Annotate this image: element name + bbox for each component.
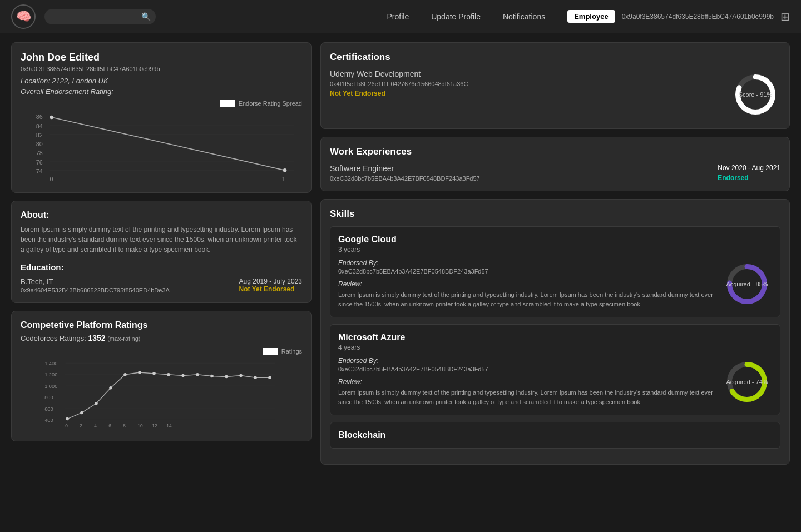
svg-text:0: 0 [50,176,53,182]
comp-subtitle: Codeforces Ratings: 1352 (max-rating) [21,334,302,342]
skill-inner-1: Endorsed By: 0xeC32d8bc7b5EBA4b3A42E7BF0… [338,357,772,407]
endorsed-by-label-1: Endorsed By: [338,357,714,365]
edu-dates: Aug 2019 - July 2023 [239,277,302,285]
endorsed-by-hash-1: 0xeC32d8bc7b5EBA4b3A42E7BF0548BDF243a3Fd… [338,366,714,372]
svg-text:84: 84 [36,123,43,130]
comp-subtitle-label: Codeforces Ratings: [21,334,86,342]
svg-text:82: 82 [36,132,43,138]
svg-text:2: 2 [80,423,82,429]
svg-point-43 [138,371,141,374]
skill-donut-0: Acquired - 85% [722,259,772,309]
blockchain-title: Blockchain [338,430,772,440]
svg-text:0: 0 [65,423,68,429]
wallet-address: 0x9a0f3E386574df635E28bff5EbC47A601b0e99… [622,13,774,21]
work-row: Software Engineer 0xeC32d8bc7b5EBA4b3A42… [330,164,780,182]
work-right: Nov 2020 - Aug 2021 Endorsed [718,164,780,182]
svg-text:6: 6 [108,423,111,429]
review-text-0: Lorem Ipsum is simply dummy text of the … [338,290,714,309]
svg-point-41 [109,386,112,390]
search-icon: 🔍 [141,12,151,21]
search-bar[interactable]: 🔍 [44,9,156,24]
grid-icon[interactable]: ⊞ [780,10,790,23]
endorsement-label: Overall Endorsement Rating: [21,87,302,96]
nav-profile[interactable]: Profile [387,12,409,21]
svg-text:78: 78 [36,150,43,156]
svg-point-49 [225,375,228,379]
location-label: Location: [21,77,50,85]
svg-text:1,200: 1,200 [44,372,57,377]
skill-acquired-label-1: Acquired - 74% [726,378,768,386]
edu-right: Aug 2019 - July 2023 Not Yet Endorsed [239,277,302,293]
education-title: Education: [21,262,302,272]
blockchain-preview: Blockchain [330,422,780,449]
cert-title: Certifications [330,52,780,63]
review-label-1: Review: [338,378,714,386]
svg-point-50 [239,374,243,377]
svg-text:1,400: 1,400 [44,361,57,366]
work-info: Software Engineer 0xeC32d8bc7b5EBA4b3A42… [330,164,480,182]
nav-notifications[interactable]: Notifications [503,12,545,21]
skill-azure: Microsoft Azure 4 years Endorsed By: 0xe… [330,324,780,415]
svg-point-42 [123,373,127,376]
review-label-0: Review: [338,280,714,288]
skill-name-0: Google Cloud [338,235,772,245]
location-value: 2122, London UK [52,77,108,85]
profile-hash: 0x9a0f3E386574df635E28bff5EbC47A601b0e99… [21,66,302,72]
competitive-svg: 1,400 1,200 1,000 800 600 400 0 2 4 6 8 [21,358,302,430]
skills-card: Skills Google Cloud 3 years Endorsed By:… [320,199,790,465]
work-job-hash: 0xeC32d8bc7b5EBA4b3A42E7BF0548BDF243a3Fd… [330,175,480,182]
about-text: Lorem Ipsum is simply dummy text of the … [21,225,302,255]
skill-details-0: Endorsed By: 0xeC32d8bc7b5EBA4b3A42E7BF0… [338,259,714,309]
skill-details-1: Endorsed By: 0xeC32d8bc7b5EBA4b3A42E7BF0… [338,357,714,406]
skill-years-0: 3 years [338,246,772,253]
work-dates: Nov 2020 - Aug 2021 [718,164,780,172]
svg-point-45 [167,373,170,376]
svg-text:4: 4 [94,423,97,429]
cert-hash: 0x4f1f5eFb8E26e1f1E0427676c1566048df61a3… [330,81,468,87]
edu-hash: 0x9a4604E532B43Bb686522BDC795f8540ED4bDe… [21,287,170,294]
search-input[interactable] [52,12,141,21]
svg-text:8: 8 [123,423,126,429]
chart-legend: Endorse Rating Spread [21,100,302,107]
skill-donut-1: Acquired - 74% [722,357,772,407]
skill-acquired-label-0: Acquired - 85% [726,280,768,288]
edu-degree: B.Tech, IT [21,277,170,286]
svg-text:76: 76 [36,159,43,166]
svg-text:14: 14 [166,423,172,429]
svg-text:80: 80 [36,141,43,147]
svg-point-44 [152,372,156,375]
profile-card: John Doe Edited 0x9a0f3E386574df635E28bf… [11,42,312,193]
about-title: About: [21,210,302,220]
svg-text:800: 800 [44,395,53,400]
svg-text:1: 1 [282,176,285,182]
left-column: John Doe Edited 0x9a0f3E386574df635E28bf… [11,42,312,465]
header: 🧠 🔍 Profile Update Profile Notifications… [0,0,801,33]
cert-name: Udemy Web Development [330,69,468,78]
competitive-card: Competetive Platform Ratings Codeforces … [11,311,312,441]
cert-info: Udemy Web Development 0x4f1f5eFb8E26e1f1… [330,69,468,97]
svg-point-52 [268,376,271,380]
svg-text:400: 400 [44,417,53,423]
brain-icon: 🧠 [16,9,31,24]
edu-info: B.Tech, IT 0x9a4604E532B43Bb686522BDC795… [21,277,170,294]
legend-box [220,100,235,107]
endorsed-by-hash-0: 0xeC32d8bc7b5EBA4b3A42E7BF0548BDF243a3Fd… [338,268,714,275]
right-column: Certifications Udemy Web Development 0x4… [320,42,790,465]
skill-years-1: 4 years [338,344,772,351]
svg-point-16 [50,116,54,120]
skill-inner-0: Endorsed By: 0xeC32d8bc7b5EBA4b3A42E7BF0… [338,259,772,309]
profile-name: John Doe Edited [21,52,302,63]
skills-title: Skills [330,208,780,220]
svg-text:600: 600 [44,406,53,412]
svg-text:86: 86 [36,113,43,120]
work-status: Endorsed [718,174,780,182]
nav: Profile Update Profile Notifications [387,12,546,21]
main-content: John Doe Edited 0x9a0f3E386574df635E28bf… [0,33,801,474]
comp-chart-legend: Ratings [21,348,302,355]
cert-status: Not Yet Endorsed [330,90,468,97]
endorsement-svg: 86 84 82 80 78 76 74 0 1 [21,110,302,182]
nav-update-profile[interactable]: Update Profile [431,12,481,21]
svg-point-51 [254,376,257,380]
cert-row: Udemy Web Development 0x4f1f5eFb8E26e1f1… [330,69,780,120]
legend-label: Endorse Rating Spread [239,100,302,107]
